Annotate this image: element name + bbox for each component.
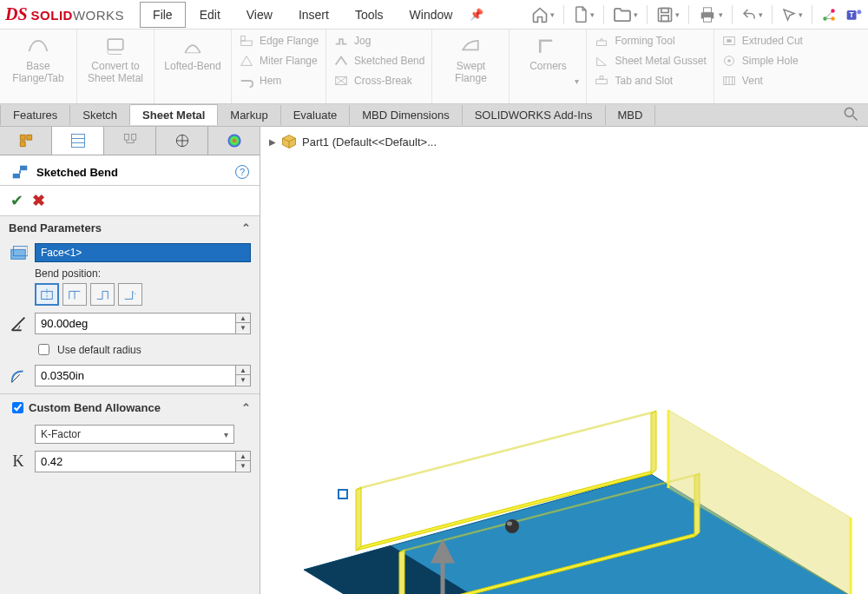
bend-radius-value[interactable] — [36, 366, 235, 386]
custom-bend-allowance-checkbox[interactable] — [12, 402, 23, 413]
tab-mbd-dimensions[interactable]: MBD Dimensions — [350, 105, 462, 125]
bend-allowance-method-combo[interactable]: K-Factor ▾ — [35, 425, 234, 444]
ribbon-swept-flange-label: Swept Flange — [439, 60, 502, 85]
radius-spin-down[interactable]: ▼ — [236, 375, 250, 385]
svg-line-9 — [826, 12, 832, 17]
breadcrumb-part-name[interactable]: Part1 (Default<<Default>... — [302, 135, 437, 148]
bend-angle-value[interactable] — [36, 314, 235, 333]
ribbon-tab-slot[interactable]: Tab and Slot — [594, 73, 706, 89]
ribbon-edge-flange[interactable]: Edge Flange — [239, 33, 319, 49]
ribbon-cross-break-label: Cross-Break — [354, 75, 412, 87]
k-spin-down[interactable]: ▼ — [236, 461, 250, 471]
search-icon[interactable] — [842, 105, 868, 125]
k-factor-icon: K — [9, 452, 28, 471]
angle-spin-down[interactable]: ▼ — [236, 323, 250, 333]
bend-angle-input[interactable]: ▲▼ — [35, 313, 251, 334]
ribbon-vent[interactable]: Vent — [721, 73, 803, 89]
tab-markup[interactable]: Markup — [218, 105, 280, 125]
ribbon-convert-sheet[interactable]: Convert to Sheet Metal — [84, 33, 147, 85]
bend-allowance-method-value: K-Factor — [41, 428, 81, 440]
tab-sheet-metal[interactable]: Sheet Metal — [130, 104, 218, 125]
menu-tools[interactable]: Tools — [343, 3, 396, 27]
tab-evaluate[interactable]: Evaluate — [281, 105, 351, 125]
svg-rect-14 — [108, 39, 123, 50]
svg-rect-5 — [703, 16, 711, 21]
tab-features[interactable]: Features — [0, 105, 70, 125]
ribbon-sheet-gusset-label: Sheet Metal Gusset — [615, 55, 706, 67]
ribbon-forming-tool[interactable]: Forming Tool — [594, 33, 706, 49]
angle-spin-up[interactable]: ▲ — [236, 314, 250, 323]
breadcrumb-expand-icon[interactable]: ▶ — [269, 137, 276, 147]
ribbon-jog[interactable]: Jog — [333, 33, 424, 49]
share-icon[interactable] — [821, 7, 837, 23]
k-spin-up[interactable]: ▲ — [236, 452, 250, 461]
panel-tab-property-manager-icon[interactable] — [52, 127, 104, 155]
ribbon-swept-flange[interactable]: Swept Flange — [439, 33, 502, 85]
tab-solidworks-addins[interactable]: SOLIDWORKS Add-Ins — [463, 105, 606, 125]
menu-window[interactable]: Window — [398, 3, 465, 27]
radius-spin-up[interactable]: ▲ — [236, 366, 250, 375]
svg-marker-55 — [356, 411, 656, 490]
ribbon-base-flange[interactable]: Base Flange/Tab — [7, 33, 69, 85]
menu-edit[interactable]: Edit — [187, 3, 233, 27]
panel-tab-feature-manager-icon[interactable] — [0, 127, 52, 155]
new-button[interactable]: ▾ — [573, 5, 595, 24]
ribbon-miter-flange[interactable]: Miter Flange — [239, 53, 319, 69]
bend-position-bend-outside[interactable] — [118, 283, 142, 306]
radius-icon — [9, 366, 28, 386]
ribbon-extruded-cut[interactable]: Extruded Cut — [721, 33, 803, 49]
bend-position-label: Bend position: — [35, 267, 251, 280]
ribbon-hem[interactable]: Hem — [239, 73, 319, 89]
face-select-icon — [9, 243, 28, 262]
panel-tab-dimxpert-icon[interactable] — [156, 127, 208, 155]
ribbon-cross-break[interactable]: Cross-Break — [333, 73, 424, 89]
ribbon-simple-hole[interactable]: Simple Hole — [721, 53, 803, 69]
teams-icon[interactable]: T — [845, 6, 863, 23]
undo-button[interactable]: ▾ — [741, 7, 763, 23]
select-button[interactable]: ▾ — [781, 7, 803, 23]
svg-marker-53 — [356, 487, 361, 551]
section-custom-bend-allowance[interactable]: Custom Bend Allowance ⌃ — [0, 394, 260, 421]
ribbon-simple-hole-label: Simple Hole — [742, 55, 799, 67]
ribbon-sketched-bend-label: Sketched Bend — [354, 55, 424, 67]
cancel-button[interactable]: ✖ — [32, 191, 45, 210]
bend-position-material-outside[interactable] — [90, 283, 115, 306]
section-bend-parameters[interactable]: Bend Parameters ⌃ — [0, 216, 260, 240]
home-button[interactable]: ▾ — [531, 6, 555, 23]
menu-view[interactable]: View — [234, 3, 285, 27]
ribbon-sheet-gusset[interactable]: Sheet Metal Gusset — [594, 53, 706, 69]
svg-rect-2 — [661, 15, 668, 21]
ribbon-corners-label: Corners — [529, 60, 567, 72]
bend-radius-input[interactable]: ▲▼ — [35, 365, 251, 386]
tab-sketch[interactable]: Sketch — [70, 105, 130, 125]
panel-tab-config-icon[interactable] — [104, 127, 156, 155]
face-selection-field[interactable]: Face<1> — [35, 243, 251, 262]
logo-ds: DS — [5, 4, 28, 24]
svg-rect-36 — [124, 135, 128, 141]
ribbon-convert-sheet-label: Convert to Sheet Metal — [84, 60, 147, 85]
help-button[interactable]: ? — [235, 165, 249, 179]
print-button[interactable]: ▾ — [698, 6, 723, 23]
bend-position-material-inside[interactable] — [62, 283, 87, 306]
model-viewport[interactable] — [286, 344, 859, 594]
svg-rect-42 — [13, 174, 20, 179]
menu-file[interactable]: File — [140, 2, 186, 28]
menu-insert[interactable]: Insert — [286, 3, 341, 27]
use-default-radius-label: Use default radius — [57, 344, 141, 356]
tab-mbd[interactable]: MBD — [606, 105, 656, 125]
panel-tab-appearance-icon[interactable] — [208, 127, 260, 155]
save-button[interactable]: ▾ — [656, 6, 680, 23]
pin-icon[interactable]: 📌 — [470, 8, 483, 21]
ribbon-sketched-bend[interactable]: Sketched Bend — [333, 53, 424, 69]
ok-button[interactable]: ✔ — [10, 191, 23, 210]
logo-solid: SOLID — [31, 8, 73, 23]
use-default-radius-checkbox[interactable] — [38, 344, 49, 355]
k-factor-input[interactable]: ▲▼ — [35, 451, 251, 472]
ribbon-forming-tool-label: Forming Tool — [615, 35, 674, 47]
open-button[interactable]: ▾ — [613, 7, 638, 23]
k-factor-value[interactable] — [36, 452, 235, 472]
bend-position-centerline[interactable] — [35, 283, 59, 306]
ribbon-corners[interactable]: Corners ▾ — [516, 33, 579, 87]
ribbon-lofted-bend[interactable]: Lofted-Bend — [161, 33, 224, 72]
sketched-bend-icon — [10, 162, 30, 182]
